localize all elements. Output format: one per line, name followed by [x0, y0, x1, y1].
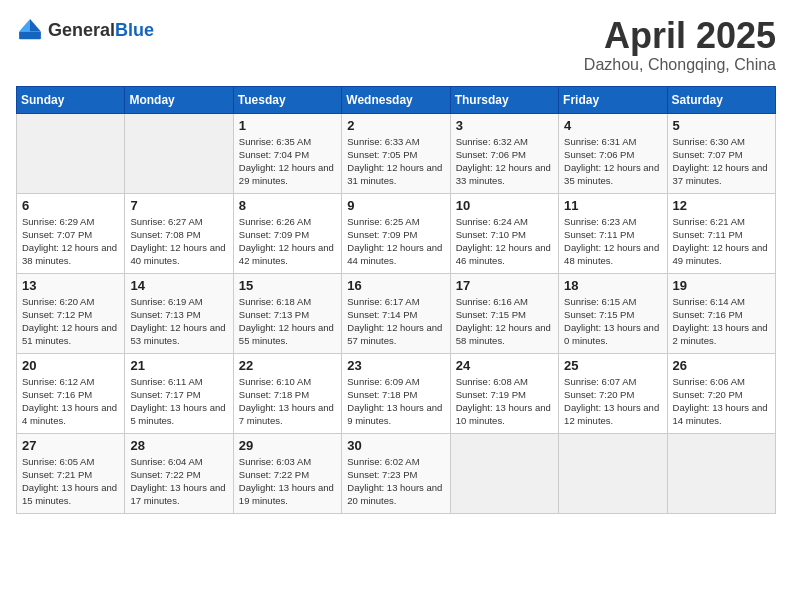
day-number: 6 [22, 198, 119, 213]
cell-info: Sunrise: 6:12 AM Sunset: 7:16 PM Dayligh… [22, 375, 119, 428]
day-number: 25 [564, 358, 661, 373]
calendar-week-row: 27Sunrise: 6:05 AM Sunset: 7:21 PM Dayli… [17, 433, 776, 513]
day-number: 1 [239, 118, 336, 133]
cell-info: Sunrise: 6:04 AM Sunset: 7:22 PM Dayligh… [130, 455, 227, 508]
calendar-cell: 19Sunrise: 6:14 AM Sunset: 7:16 PM Dayli… [667, 273, 775, 353]
cell-info: Sunrise: 6:14 AM Sunset: 7:16 PM Dayligh… [673, 295, 770, 348]
calendar-cell: 11Sunrise: 6:23 AM Sunset: 7:11 PM Dayli… [559, 193, 667, 273]
calendar-cell: 17Sunrise: 6:16 AM Sunset: 7:15 PM Dayli… [450, 273, 558, 353]
day-header-saturday: Saturday [667, 86, 775, 113]
day-number: 29 [239, 438, 336, 453]
cell-info: Sunrise: 6:19 AM Sunset: 7:13 PM Dayligh… [130, 295, 227, 348]
calendar-cell: 4Sunrise: 6:31 AM Sunset: 7:06 PM Daylig… [559, 113, 667, 193]
day-header-sunday: Sunday [17, 86, 125, 113]
day-number: 16 [347, 278, 444, 293]
cell-info: Sunrise: 6:31 AM Sunset: 7:06 PM Dayligh… [564, 135, 661, 188]
day-header-tuesday: Tuesday [233, 86, 341, 113]
calendar-subtitle: Dazhou, Chongqing, China [584, 56, 776, 74]
day-number: 9 [347, 198, 444, 213]
day-number: 12 [673, 198, 770, 213]
cell-info: Sunrise: 6:35 AM Sunset: 7:04 PM Dayligh… [239, 135, 336, 188]
cell-info: Sunrise: 6:25 AM Sunset: 7:09 PM Dayligh… [347, 215, 444, 268]
cell-info: Sunrise: 6:11 AM Sunset: 7:17 PM Dayligh… [130, 375, 227, 428]
cell-info: Sunrise: 6:10 AM Sunset: 7:18 PM Dayligh… [239, 375, 336, 428]
calendar-cell: 23Sunrise: 6:09 AM Sunset: 7:18 PM Dayli… [342, 353, 450, 433]
calendar-cell [450, 433, 558, 513]
calendar-header-row: SundayMondayTuesdayWednesdayThursdayFrid… [17, 86, 776, 113]
day-number: 21 [130, 358, 227, 373]
day-number: 20 [22, 358, 119, 373]
logo-blue: Blue [115, 20, 154, 40]
day-number: 28 [130, 438, 227, 453]
calendar-cell: 3Sunrise: 6:32 AM Sunset: 7:06 PM Daylig… [450, 113, 558, 193]
cell-info: Sunrise: 6:07 AM Sunset: 7:20 PM Dayligh… [564, 375, 661, 428]
calendar-week-row: 20Sunrise: 6:12 AM Sunset: 7:16 PM Dayli… [17, 353, 776, 433]
calendar-cell: 29Sunrise: 6:03 AM Sunset: 7:22 PM Dayli… [233, 433, 341, 513]
title-block: April 2025 Dazhou, Chongqing, China [584, 16, 776, 74]
day-number: 18 [564, 278, 661, 293]
logo-icon [16, 16, 44, 44]
day-number: 24 [456, 358, 553, 373]
calendar-cell: 5Sunrise: 6:30 AM Sunset: 7:07 PM Daylig… [667, 113, 775, 193]
calendar-cell [667, 433, 775, 513]
svg-marker-1 [19, 19, 30, 31]
calendar-cell [559, 433, 667, 513]
calendar-body: 1Sunrise: 6:35 AM Sunset: 7:04 PM Daylig… [17, 113, 776, 513]
cell-info: Sunrise: 6:21 AM Sunset: 7:11 PM Dayligh… [673, 215, 770, 268]
day-number: 11 [564, 198, 661, 213]
cell-info: Sunrise: 6:26 AM Sunset: 7:09 PM Dayligh… [239, 215, 336, 268]
cell-info: Sunrise: 6:30 AM Sunset: 7:07 PM Dayligh… [673, 135, 770, 188]
cell-info: Sunrise: 6:24 AM Sunset: 7:10 PM Dayligh… [456, 215, 553, 268]
cell-info: Sunrise: 6:15 AM Sunset: 7:15 PM Dayligh… [564, 295, 661, 348]
day-header-thursday: Thursday [450, 86, 558, 113]
calendar-title: April 2025 [584, 16, 776, 56]
calendar-cell: 9Sunrise: 6:25 AM Sunset: 7:09 PM Daylig… [342, 193, 450, 273]
cell-info: Sunrise: 6:27 AM Sunset: 7:08 PM Dayligh… [130, 215, 227, 268]
cell-info: Sunrise: 6:16 AM Sunset: 7:15 PM Dayligh… [456, 295, 553, 348]
logo-text: GeneralBlue [48, 20, 154, 41]
cell-info: Sunrise: 6:02 AM Sunset: 7:23 PM Dayligh… [347, 455, 444, 508]
calendar-cell: 25Sunrise: 6:07 AM Sunset: 7:20 PM Dayli… [559, 353, 667, 433]
calendar-cell: 20Sunrise: 6:12 AM Sunset: 7:16 PM Dayli… [17, 353, 125, 433]
calendar-cell: 28Sunrise: 6:04 AM Sunset: 7:22 PM Dayli… [125, 433, 233, 513]
calendar-week-row: 13Sunrise: 6:20 AM Sunset: 7:12 PM Dayli… [17, 273, 776, 353]
calendar-cell: 1Sunrise: 6:35 AM Sunset: 7:04 PM Daylig… [233, 113, 341, 193]
day-number: 5 [673, 118, 770, 133]
day-number: 15 [239, 278, 336, 293]
calendar-cell: 27Sunrise: 6:05 AM Sunset: 7:21 PM Dayli… [17, 433, 125, 513]
day-header-friday: Friday [559, 86, 667, 113]
calendar-cell: 13Sunrise: 6:20 AM Sunset: 7:12 PM Dayli… [17, 273, 125, 353]
cell-info: Sunrise: 6:08 AM Sunset: 7:19 PM Dayligh… [456, 375, 553, 428]
calendar-cell: 8Sunrise: 6:26 AM Sunset: 7:09 PM Daylig… [233, 193, 341, 273]
day-header-wednesday: Wednesday [342, 86, 450, 113]
calendar-cell: 26Sunrise: 6:06 AM Sunset: 7:20 PM Dayli… [667, 353, 775, 433]
calendar-cell: 15Sunrise: 6:18 AM Sunset: 7:13 PM Dayli… [233, 273, 341, 353]
calendar-cell: 6Sunrise: 6:29 AM Sunset: 7:07 PM Daylig… [17, 193, 125, 273]
cell-info: Sunrise: 6:20 AM Sunset: 7:12 PM Dayligh… [22, 295, 119, 348]
calendar-cell: 12Sunrise: 6:21 AM Sunset: 7:11 PM Dayli… [667, 193, 775, 273]
calendar-week-row: 1Sunrise: 6:35 AM Sunset: 7:04 PM Daylig… [17, 113, 776, 193]
svg-marker-0 [30, 19, 41, 31]
cell-info: Sunrise: 6:32 AM Sunset: 7:06 PM Dayligh… [456, 135, 553, 188]
day-header-monday: Monday [125, 86, 233, 113]
calendar-cell [125, 113, 233, 193]
calendar-cell: 22Sunrise: 6:10 AM Sunset: 7:18 PM Dayli… [233, 353, 341, 433]
calendar-cell [17, 113, 125, 193]
cell-info: Sunrise: 6:29 AM Sunset: 7:07 PM Dayligh… [22, 215, 119, 268]
day-number: 23 [347, 358, 444, 373]
cell-info: Sunrise: 6:09 AM Sunset: 7:18 PM Dayligh… [347, 375, 444, 428]
day-number: 26 [673, 358, 770, 373]
logo: GeneralBlue [16, 16, 154, 44]
cell-info: Sunrise: 6:05 AM Sunset: 7:21 PM Dayligh… [22, 455, 119, 508]
calendar-cell: 21Sunrise: 6:11 AM Sunset: 7:17 PM Dayli… [125, 353, 233, 433]
day-number: 13 [22, 278, 119, 293]
calendar-cell: 30Sunrise: 6:02 AM Sunset: 7:23 PM Dayli… [342, 433, 450, 513]
svg-rect-2 [19, 32, 41, 40]
day-number: 19 [673, 278, 770, 293]
day-number: 3 [456, 118, 553, 133]
calendar-cell: 18Sunrise: 6:15 AM Sunset: 7:15 PM Dayli… [559, 273, 667, 353]
cell-info: Sunrise: 6:17 AM Sunset: 7:14 PM Dayligh… [347, 295, 444, 348]
calendar-cell: 14Sunrise: 6:19 AM Sunset: 7:13 PM Dayli… [125, 273, 233, 353]
cell-info: Sunrise: 6:03 AM Sunset: 7:22 PM Dayligh… [239, 455, 336, 508]
cell-info: Sunrise: 6:33 AM Sunset: 7:05 PM Dayligh… [347, 135, 444, 188]
